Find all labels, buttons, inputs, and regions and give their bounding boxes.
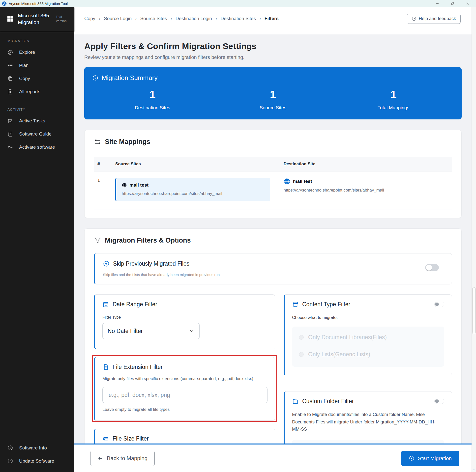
filter-type-label: Filter Type [102,315,268,320]
ms-grid-icon [6,15,14,23]
sidebar-section-activity: ACTIVITY [0,101,74,114]
radio-icon [299,335,304,340]
globe-icon [122,183,127,188]
sidebar-item-update-software[interactable]: Update Software [0,454,74,468]
content-type-toggle[interactable] [434,302,444,307]
skip-migrated-card: Skip Previously Migrated Files Skip file… [94,253,452,284]
list-icon [7,63,13,68]
sidebar-item-all-reports[interactable]: All reports [0,85,74,98]
sidebar-section-migration: MIGRATION [0,32,74,46]
filters-title: Migration Filters & Options [105,237,191,244]
start-migration-button[interactable]: Start Migration [401,451,459,466]
radio-label: Only Document Libraries(Files) [308,334,387,341]
skip-migrated-description: Skip files and the Lists that have alrea… [103,273,444,277]
content-type-label: Choose what to migrate: [292,315,444,320]
report-icon [7,89,13,95]
site-mappings-title: Site Mappings [105,138,150,146]
close-button[interactable] [466,2,470,5]
sidebar-item-plan[interactable]: Plan [0,59,74,72]
sidebar-item-copy[interactable]: Copy [0,72,74,85]
notebook-icon [7,131,13,137]
page-title: Apply Filters & Confirm Migration Settin… [84,41,462,51]
stat-total-mappings: 1 Total Mappings [333,88,454,111]
table-row: 1 mail test https://arysontechno.sharepo… [94,171,452,210]
chevron-right-icon: › [135,16,137,21]
radio-option-generic-lists[interactable]: Only Lists(Generic Lists) [299,351,437,358]
custom-folder-description: Enable to Migrate documents/files into a… [292,411,444,433]
breadcrumb-source-sites[interactable]: Source Sites [140,16,167,21]
sidebar-item-label: Update Software [19,458,54,464]
info-icon [92,75,98,81]
trial-version-badge: Trial Version [56,15,69,23]
scrollbar-down-arrow[interactable]: ⌄ [473,468,475,471]
scrollbar-track[interactable]: ⌄ [472,7,476,472]
migration-filters-card: Migration Filters & Options Skip Previou… [84,228,462,444]
breadcrumb-source-login[interactable]: Source Login [104,16,132,21]
back-to-mapping-button[interactable]: Back to Mapping [90,451,155,466]
skip-migrated-toggle[interactable] [425,264,439,271]
stat-value: 1 [333,88,454,101]
destination-site-url: https://arysontechno.sharepoint.com/site… [284,188,448,193]
chevron-right-icon: › [259,16,261,21]
footer-action-bar: Back to Mapping Start Migration [74,444,472,472]
summary-title: Migration Summary [102,74,157,82]
sidebar-item-software-guide[interactable]: Software Guide [0,128,74,141]
content-type-options: Only Document Libraries(Files) Only List… [292,327,444,367]
sidebar: Microsoft 365 Migration Trial Version MI… [0,7,74,472]
source-site-name: mail test [129,182,149,188]
date-filter-value: No Date Filter [108,328,143,334]
file-extension-filter-card: File Extension Filter Migrate only files… [94,357,275,421]
sidebar-header: Microsoft 365 Migration Trial Version [0,7,74,31]
minimize-button[interactable] [436,2,439,5]
custom-folder-filter-card: Custom Folder Filter Enable to Migrate d… [284,391,452,444]
chevron-right-icon: › [170,16,172,21]
restore-button[interactable] [451,2,454,5]
sidebar-item-label: Plan [19,63,29,68]
radio-option-document-libraries[interactable]: Only Document Libraries(Files) [299,334,437,341]
content-type-filter-card: Content Type Filter Choose what to migra… [284,294,452,375]
date-range-title: Date Range Filter [113,301,157,308]
sidebar-item-software-info[interactable]: Software Info [0,441,74,454]
stat-label: Source Sites [213,105,333,111]
site-mappings-table: # Source Sites Destination Site 1 mail t… [94,157,452,210]
column-source-sites: Source Sites [112,157,280,171]
help-feedback-label: Help and feedback [419,16,456,21]
funnel-icon [94,237,101,244]
custom-folder-toggle[interactable] [434,399,444,404]
breadcrumb-destination-login[interactable]: Destination Login [176,16,212,21]
app-logo-icon [2,1,7,6]
sidebar-item-label: Copy [19,76,30,81]
custom-folder-title: Custom Folder Filter [302,398,354,405]
drive-icon [102,435,109,442]
main-area: Copy› Source Login› Source Sites› Destin… [74,7,472,472]
task-check-icon [7,118,13,124]
file-extension-input[interactable] [102,387,268,403]
migration-summary-banner: Migration Summary 1 Destination Sites 1 … [84,67,462,119]
help-feedback-button[interactable]: Help and feedback [407,14,461,24]
sidebar-item-explore[interactable]: Explore [0,46,74,59]
source-site-chip[interactable]: mail test https://arysontechno.sharepoin… [115,178,270,201]
file-size-filter-card: File Size Filter No Size Filter MB [94,429,275,444]
arrow-left-icon [97,455,103,461]
radio-icon [299,352,304,357]
file-size-title: File Size Filter [113,435,149,442]
page-subtitle: Review your site mappings and configure … [84,55,462,60]
sidebar-item-active-tasks[interactable]: Active Tasks [0,114,74,128]
column-destination-site: Destination Site [280,157,452,171]
stat-label: Destination Sites [92,105,213,111]
sidebar-item-activate-software[interactable]: Activate software [0,141,74,154]
breadcrumb-destination-sites[interactable]: Destination Sites [221,16,256,21]
stat-value: 1 [92,88,213,101]
breadcrumb-copy[interactable]: Copy [84,16,95,21]
chevron-down-icon [189,328,194,334]
breadcrumb: Copy› Source Login› Source Sites› Destin… [84,14,279,21]
sidebar-item-label: All reports [19,89,40,94]
question-icon [412,16,416,21]
custom-folder-input-box [292,440,444,444]
scrollbar-thumb[interactable] [472,287,476,334]
folder-icon [292,398,299,405]
start-button-label: Start Migration [418,455,452,461]
date-filter-select[interactable]: No Date Filter [102,323,200,339]
key-icon [7,144,13,150]
window-title: Aryson Microsoft 365 Migration Tool [9,1,68,6]
